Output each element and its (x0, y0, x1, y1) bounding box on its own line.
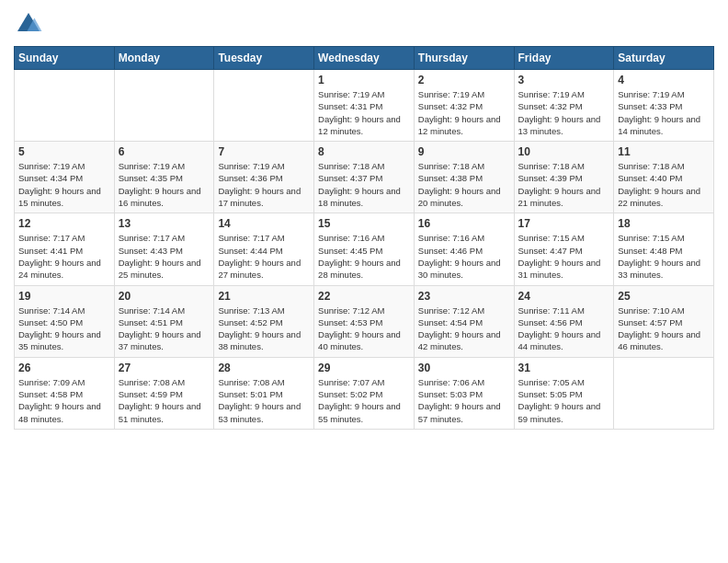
calendar-day-cell: 28Sunrise: 7:08 AM Sunset: 5:01 PM Dayli… (214, 357, 314, 429)
day-of-week-header: Sunday (15, 47, 115, 70)
day-number: 16 (418, 217, 510, 230)
day-detail: Sunrise: 7:12 AM Sunset: 4:54 PM Dayligh… (418, 304, 510, 353)
calendar-day-cell: 1Sunrise: 7:19 AM Sunset: 4:31 PM Daylig… (314, 70, 415, 142)
day-number: 19 (18, 290, 110, 303)
day-of-week-header: Friday (514, 47, 614, 70)
day-number: 7 (218, 145, 310, 158)
day-number: 29 (318, 362, 410, 374)
day-detail: Sunrise: 7:17 AM Sunset: 4:41 PM Dayligh… (18, 232, 110, 281)
calendar-day-cell: 4Sunrise: 7:19 AM Sunset: 4:33 PM Daylig… (614, 70, 714, 142)
day-detail: Sunrise: 7:18 AM Sunset: 4:37 PM Dayligh… (318, 160, 410, 209)
day-detail: Sunrise: 7:08 AM Sunset: 4:59 PM Dayligh… (119, 376, 210, 425)
day-number: 2 (418, 74, 510, 86)
day-detail: Sunrise: 7:14 AM Sunset: 4:50 PM Dayligh… (18, 304, 110, 353)
day-number: 12 (18, 217, 110, 230)
calendar-day-cell: 17Sunrise: 7:15 AM Sunset: 4:47 PM Dayli… (514, 213, 614, 285)
day-detail: Sunrise: 7:09 AM Sunset: 4:58 PM Dayligh… (18, 376, 110, 425)
calendar-day-cell: 27Sunrise: 7:08 AM Sunset: 4:59 PM Dayli… (114, 357, 214, 429)
calendar-day-cell: 11Sunrise: 7:18 AM Sunset: 4:40 PM Dayli… (614, 142, 714, 213)
day-number: 15 (318, 217, 410, 230)
calendar-day-cell: 15Sunrise: 7:16 AM Sunset: 4:45 PM Dayli… (314, 213, 415, 285)
day-number: 10 (518, 145, 610, 158)
day-of-week-header: Tuesday (214, 47, 314, 70)
day-detail: Sunrise: 7:14 AM Sunset: 4:51 PM Dayligh… (119, 304, 210, 353)
day-detail: Sunrise: 7:13 AM Sunset: 4:52 PM Dayligh… (218, 304, 310, 353)
calendar-day-cell: 5Sunrise: 7:19 AM Sunset: 4:34 PM Daylig… (15, 142, 115, 213)
calendar-week-row: 19Sunrise: 7:14 AM Sunset: 4:50 PM Dayli… (15, 285, 714, 357)
calendar-day-cell: 2Sunrise: 7:19 AM Sunset: 4:32 PM Daylig… (414, 70, 514, 142)
calendar-week-row: 1Sunrise: 7:19 AM Sunset: 4:31 PM Daylig… (15, 70, 714, 142)
calendar-table: SundayMondayTuesdayWednesdayThursdayFrid… (14, 46, 714, 430)
calendar-day-cell: 19Sunrise: 7:14 AM Sunset: 4:50 PM Dayli… (15, 285, 115, 357)
day-detail: Sunrise: 7:10 AM Sunset: 4:57 PM Dayligh… (618, 304, 710, 353)
days-of-week-row: SundayMondayTuesdayWednesdayThursdayFrid… (15, 47, 714, 70)
day-detail: Sunrise: 7:19 AM Sunset: 4:32 PM Dayligh… (518, 88, 610, 137)
day-detail: Sunrise: 7:08 AM Sunset: 5:01 PM Dayligh… (218, 376, 310, 425)
calendar-week-row: 26Sunrise: 7:09 AM Sunset: 4:58 PM Dayli… (15, 357, 714, 429)
day-detail: Sunrise: 7:19 AM Sunset: 4:36 PM Dayligh… (218, 160, 310, 209)
calendar-week-row: 5Sunrise: 7:19 AM Sunset: 4:34 PM Daylig… (15, 142, 714, 213)
day-detail: Sunrise: 7:11 AM Sunset: 4:56 PM Dayligh… (518, 304, 610, 353)
day-detail: Sunrise: 7:18 AM Sunset: 4:40 PM Dayligh… (618, 160, 710, 209)
calendar-week-row: 12Sunrise: 7:17 AM Sunset: 4:41 PM Dayli… (15, 213, 714, 285)
logo-icon (14, 9, 43, 39)
day-number: 1 (318, 74, 410, 86)
day-of-week-header: Thursday (414, 47, 514, 70)
calendar-day-cell (114, 70, 214, 142)
day-detail: Sunrise: 7:16 AM Sunset: 4:45 PM Dayligh… (318, 232, 410, 281)
calendar-day-cell: 3Sunrise: 7:19 AM Sunset: 4:32 PM Daylig… (514, 70, 614, 142)
calendar-day-cell: 7Sunrise: 7:19 AM Sunset: 4:36 PM Daylig… (214, 142, 314, 213)
day-detail: Sunrise: 7:19 AM Sunset: 4:33 PM Dayligh… (618, 88, 710, 137)
day-number: 13 (119, 217, 210, 230)
calendar-day-cell: 29Sunrise: 7:07 AM Sunset: 5:02 PM Dayli… (314, 357, 415, 429)
calendar-day-cell: 25Sunrise: 7:10 AM Sunset: 4:57 PM Dayli… (614, 285, 714, 357)
day-number: 30 (418, 362, 510, 374)
day-number: 22 (318, 290, 410, 303)
calendar-header: SundayMondayTuesdayWednesdayThursdayFrid… (15, 47, 714, 70)
day-number: 17 (518, 217, 610, 230)
day-number: 11 (618, 145, 710, 158)
calendar-day-cell (614, 357, 714, 429)
day-of-week-header: Saturday (614, 47, 714, 70)
logo (14, 9, 47, 39)
day-detail: Sunrise: 7:06 AM Sunset: 5:03 PM Dayligh… (418, 376, 510, 425)
day-detail: Sunrise: 7:05 AM Sunset: 5:05 PM Dayligh… (518, 376, 610, 425)
day-number: 14 (218, 217, 310, 230)
day-number: 27 (119, 362, 210, 374)
day-detail: Sunrise: 7:16 AM Sunset: 4:46 PM Dayligh… (418, 232, 510, 281)
calendar-day-cell: 22Sunrise: 7:12 AM Sunset: 4:53 PM Dayli… (314, 285, 415, 357)
day-detail: Sunrise: 7:15 AM Sunset: 4:47 PM Dayligh… (518, 232, 610, 281)
day-detail: Sunrise: 7:19 AM Sunset: 4:34 PM Dayligh… (18, 160, 110, 209)
calendar-body: 1Sunrise: 7:19 AM Sunset: 4:31 PM Daylig… (15, 70, 714, 430)
calendar-day-cell: 30Sunrise: 7:06 AM Sunset: 5:03 PM Dayli… (414, 357, 514, 429)
day-detail: Sunrise: 7:15 AM Sunset: 4:48 PM Dayligh… (618, 232, 710, 281)
calendar-day-cell: 20Sunrise: 7:14 AM Sunset: 4:51 PM Dayli… (114, 285, 214, 357)
day-number: 18 (618, 217, 710, 230)
day-number: 5 (18, 145, 110, 158)
calendar-day-cell: 8Sunrise: 7:18 AM Sunset: 4:37 PM Daylig… (314, 142, 415, 213)
calendar-day-cell: 24Sunrise: 7:11 AM Sunset: 4:56 PM Dayli… (514, 285, 614, 357)
calendar-day-cell: 21Sunrise: 7:13 AM Sunset: 4:52 PM Dayli… (214, 285, 314, 357)
day-of-week-header: Monday (114, 47, 214, 70)
calendar-day-cell (15, 70, 115, 142)
day-number: 4 (618, 74, 710, 86)
calendar-day-cell: 18Sunrise: 7:15 AM Sunset: 4:48 PM Dayli… (614, 213, 714, 285)
day-detail: Sunrise: 7:07 AM Sunset: 5:02 PM Dayligh… (318, 376, 410, 425)
day-detail: Sunrise: 7:12 AM Sunset: 4:53 PM Dayligh… (318, 304, 410, 353)
calendar-day-cell: 23Sunrise: 7:12 AM Sunset: 4:54 PM Dayli… (414, 285, 514, 357)
day-number: 23 (418, 290, 510, 303)
day-number: 31 (518, 362, 610, 374)
day-of-week-header: Wednesday (314, 47, 415, 70)
day-number: 6 (119, 145, 210, 158)
day-detail: Sunrise: 7:17 AM Sunset: 4:43 PM Dayligh… (119, 232, 210, 281)
day-number: 9 (418, 145, 510, 158)
calendar-day-cell: 31Sunrise: 7:05 AM Sunset: 5:05 PM Dayli… (514, 357, 614, 429)
day-number: 26 (18, 362, 110, 374)
day-number: 28 (218, 362, 310, 374)
day-detail: Sunrise: 7:18 AM Sunset: 4:38 PM Dayligh… (418, 160, 510, 209)
calendar-day-cell: 12Sunrise: 7:17 AM Sunset: 4:41 PM Dayli… (15, 213, 115, 285)
day-detail: Sunrise: 7:17 AM Sunset: 4:44 PM Dayligh… (218, 232, 310, 281)
day-number: 20 (119, 290, 210, 303)
calendar-day-cell: 26Sunrise: 7:09 AM Sunset: 4:58 PM Dayli… (15, 357, 115, 429)
day-detail: Sunrise: 7:18 AM Sunset: 4:39 PM Dayligh… (518, 160, 610, 209)
